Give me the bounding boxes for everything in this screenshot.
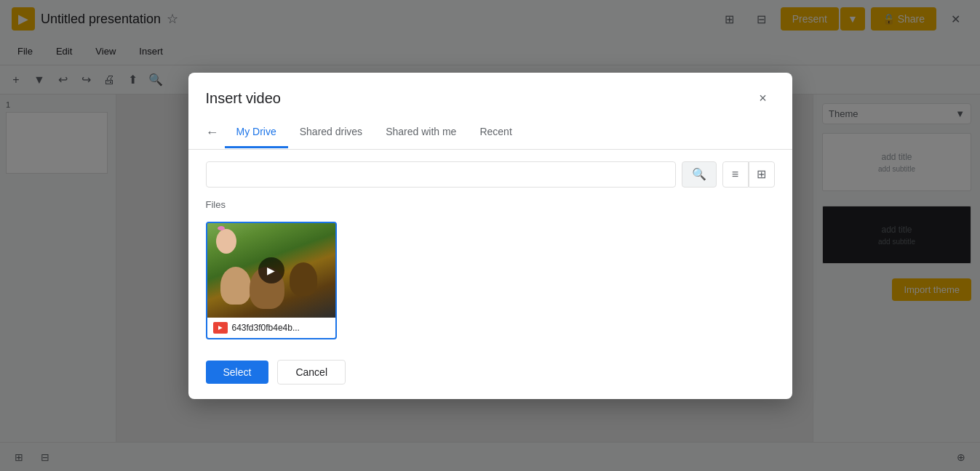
search-input[interactable] <box>212 169 669 180</box>
dialog-close-button[interactable]: × <box>752 87 775 110</box>
dialog-footer: Select Cancel <box>188 351 792 399</box>
files-section-label: Files <box>206 199 775 210</box>
play-icon: ▶ <box>258 257 284 283</box>
files-section: Files <box>206 199 775 210</box>
search-input-wrap <box>206 161 676 188</box>
search-icon: 🔍 <box>692 167 706 181</box>
modal-overlay: Insert video × ← My Drive Shared drives … <box>0 0 980 471</box>
insert-video-dialog: Insert video × ← My Drive Shared drives … <box>188 73 792 399</box>
cancel-button[interactable]: Cancel <box>277 360 346 385</box>
dialog-tabs: ← My Drive Shared drives Shared with me … <box>188 116 792 150</box>
tab-my-drive[interactable]: My Drive <box>225 117 288 148</box>
search-button[interactable]: 🔍 <box>682 161 717 188</box>
grid-view-button[interactable]: ⊞ <box>749 161 775 188</box>
file-info: ▶ 643fd3f0fb4e4b... <box>207 318 335 338</box>
dialog-body: 🔍 ≡ ⊞ Files <box>188 150 792 351</box>
file-thumbnail: ▶ <box>207 223 335 318</box>
tab-shared-with-me[interactable]: Shared with me <box>374 117 468 148</box>
file-item[interactable]: ▶ ▶ 643fd3f0fb4e4b... <box>206 222 337 339</box>
list-view-button[interactable]: ≡ <box>722 161 749 188</box>
grid-view-icon: ⊞ <box>757 167 766 181</box>
dialog-title: Insert video <box>206 90 281 107</box>
file-name: 643fd3f0fb4e4b... <box>232 323 300 333</box>
file-type-icon: ▶ <box>213 322 228 334</box>
tab-back-button[interactable]: ← <box>206 116 225 149</box>
tab-shared-drives[interactable]: Shared drives <box>288 117 374 148</box>
files-grid: ▶ ▶ 643fd3f0fb4e4b... <box>206 222 775 339</box>
search-row: 🔍 ≡ ⊞ <box>206 161 775 188</box>
list-view-icon: ≡ <box>732 168 738 181</box>
dialog-header: Insert video × <box>188 73 792 110</box>
select-button[interactable]: Select <box>206 361 269 384</box>
view-toggle-group: ≡ ⊞ <box>722 161 775 188</box>
tab-recent[interactable]: Recent <box>468 117 523 148</box>
